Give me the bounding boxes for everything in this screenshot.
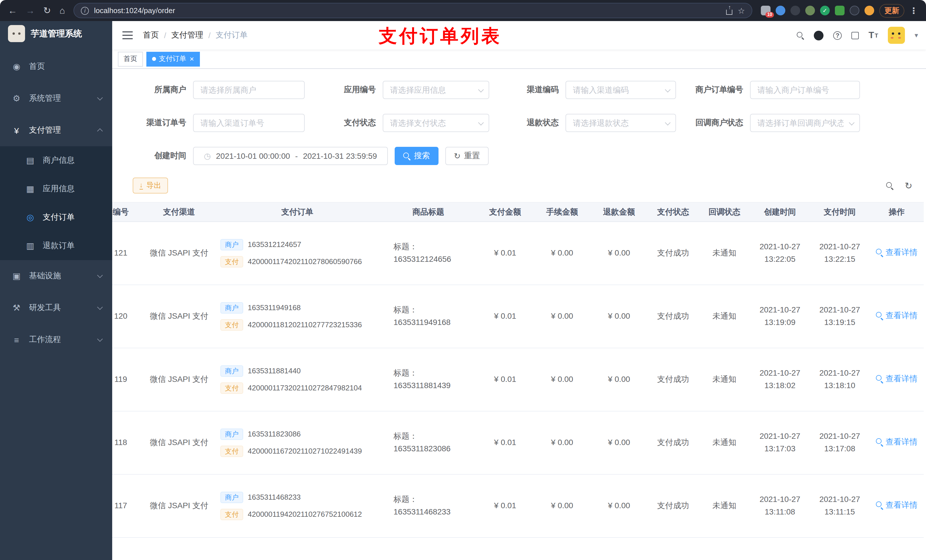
create-time: 2021-10-2713:19:09 xyxy=(750,285,810,348)
sidebar-item-system[interactable]: ⚙ 系统管理 xyxy=(0,83,112,115)
chevron-down-icon xyxy=(97,304,103,310)
table-row: 117 微信 JSAPI 支付 商户1635311468233 支付420000… xyxy=(112,474,924,537)
github-icon[interactable] xyxy=(814,30,823,40)
column-header: 支付时间 xyxy=(810,202,870,222)
reset-button[interactable]: ↻重置 xyxy=(445,147,488,165)
sidebar-item-dev-tools[interactable]: ⚒ 研发工具 xyxy=(0,292,112,324)
refund-status-select[interactable] xyxy=(566,114,676,132)
channel-code-select[interactable] xyxy=(566,81,676,99)
extension-icon[interactable] xyxy=(864,6,874,15)
view-detail-link[interactable]: 查看详情 xyxy=(876,246,917,259)
channel-order-no-label: 渠道订单号 xyxy=(112,118,193,128)
create-time-range[interactable]: ◷ 2021-10-01 00:00:00 - 2021-10-31 23:59… xyxy=(193,147,388,165)
sidebar-item-payment[interactable]: ¥ 支付管理 xyxy=(0,115,112,146)
close-icon[interactable]: × xyxy=(190,54,194,63)
share-icon[interactable] xyxy=(726,9,733,15)
extensions-puzzle-icon[interactable] xyxy=(850,6,859,15)
help-icon[interactable]: ? xyxy=(833,31,842,39)
extension-icon[interactable]: ✓ xyxy=(820,6,830,15)
callback-status-input[interactable] xyxy=(750,114,860,132)
search-icon[interactable] xyxy=(797,32,804,39)
fullscreen-icon[interactable] xyxy=(851,32,859,39)
logo-avatar xyxy=(8,25,25,42)
sidebar-item-label: 支付订单 xyxy=(43,212,75,222)
refund-status-input[interactable] xyxy=(566,114,676,132)
fee-amount: ¥ 0.00 xyxy=(534,411,590,474)
view-detail-link[interactable]: 查看详情 xyxy=(876,309,917,322)
search-button[interactable]: 搜索 xyxy=(395,147,439,165)
pay-status-select[interactable] xyxy=(383,114,489,132)
orders-table: 编号 支付渠道 支付订单 商品标题 支付金额 手续金额 退款金额 支付状态 回调… xyxy=(112,202,926,560)
bookmark-star-icon[interactable]: ☆ xyxy=(738,6,745,15)
order-id: 120 xyxy=(112,285,144,348)
sidebar-item-pay-order[interactable]: ◎ 支付订单 xyxy=(0,203,112,232)
sidebar-item-app-info[interactable]: ▦ 应用信息 xyxy=(0,175,112,203)
sidebar-item-refund-order[interactable]: ▥ 退款订单 xyxy=(0,232,112,260)
sidebar-item-infrastructure[interactable]: ▣ 基础设施 xyxy=(0,260,112,292)
sidebar-item-home[interactable]: ◉ 首页 xyxy=(0,51,112,83)
pay-amount xyxy=(477,537,534,560)
merchant-order-no-input[interactable] xyxy=(750,81,860,99)
table-toolbar: ↓导出 ↻ xyxy=(112,178,926,193)
extension-icon[interactable] xyxy=(805,6,815,15)
browser-update-button[interactable]: 更新 xyxy=(879,4,904,17)
tab-pay-order[interactable]: 支付订单 × xyxy=(146,51,200,66)
extension-icon[interactable] xyxy=(776,6,785,15)
sidebar-item-merchant-info[interactable]: ▤ 商户信息 xyxy=(0,146,112,175)
table-refresh-icon[interactable]: ↻ xyxy=(905,180,912,191)
order-id: 118 xyxy=(112,411,144,474)
clock-icon: ◷ xyxy=(204,151,211,160)
sidebar-item-label: 支付管理 xyxy=(29,125,61,136)
back-icon[interactable]: ← xyxy=(8,6,17,15)
app-no-input[interactable] xyxy=(383,81,489,99)
refund-amount: ¥ 0.00 xyxy=(590,474,648,537)
refund-amount: ¥ 0.00 xyxy=(590,222,648,285)
breadcrumb-home[interactable]: 首页 xyxy=(143,30,159,41)
pay-time: 2021-10-2713:18:10 xyxy=(810,348,870,411)
create-time-label: 创建时间 xyxy=(112,151,193,161)
forward-icon[interactable]: → xyxy=(26,6,35,15)
pay-status-filter-label: 支付状态 xyxy=(305,118,383,128)
app-no-select[interactable] xyxy=(383,81,489,99)
browser-menu-icon[interactable]: ⋮ xyxy=(909,5,918,16)
avatar[interactable] xyxy=(888,27,905,44)
table-row: 120 微信 JSAPI 支付 商户1635311949168 支付420000… xyxy=(112,285,924,348)
channel-order-no-input[interactable] xyxy=(193,114,305,132)
table-search-icon[interactable] xyxy=(886,182,893,189)
channel-code-input[interactable] xyxy=(566,81,676,99)
view-detail-link[interactable]: 查看详情 xyxy=(876,373,917,385)
order-id: 117 xyxy=(112,474,144,537)
dashboard-icon: ◉ xyxy=(11,62,22,72)
url-bar[interactable]: i localhost:1024/pay/order ☆ xyxy=(73,3,752,18)
search-icon xyxy=(876,375,883,383)
extension-icon[interactable] xyxy=(835,6,844,15)
home-icon[interactable]: ⌂ xyxy=(59,6,65,15)
bank-card-icon: ▤ xyxy=(25,155,35,166)
sidebar-item-workflow[interactable]: ≡ 工作流程 xyxy=(0,324,112,356)
view-detail-link[interactable]: 查看详情 xyxy=(876,436,917,448)
channel-pay-no: 4200001194202110276752100612 xyxy=(248,509,362,520)
table-row: 121 微信 JSAPI 支付 商户1635312124657 支付420000… xyxy=(112,222,924,285)
tab-home[interactable]: 首页 xyxy=(118,51,143,66)
pay-channel xyxy=(144,537,215,560)
merchant-filter-input[interactable] xyxy=(193,81,305,99)
export-button[interactable]: ↓导出 xyxy=(133,178,168,193)
workflow-icon: ≡ xyxy=(11,335,22,344)
callback-status-select[interactable] xyxy=(750,114,860,132)
font-size-icon[interactable]: TT xyxy=(869,30,878,41)
pay-status-input[interactable] xyxy=(383,114,489,132)
channel-pay-no: 4200001181202110277723215336 xyxy=(248,319,362,331)
reload-icon[interactable]: ↻ xyxy=(43,6,51,15)
view-detail-link[interactable]: 查看详情 xyxy=(876,499,917,511)
chevron-down-icon xyxy=(97,272,103,278)
hamburger-icon[interactable] xyxy=(123,31,133,39)
caret-down-icon[interactable]: ▾ xyxy=(915,31,918,39)
tags-view: 首页 支付订单 × xyxy=(112,50,926,69)
content: 所属商户 应用编号 渠道编码 商户订单编号 渠道订单号 支付状态 退款状态 xyxy=(112,69,926,560)
extension-icon[interactable] xyxy=(790,6,800,15)
sidebar-item-label: 系统管理 xyxy=(29,93,61,104)
info-icon[interactable]: i xyxy=(81,6,89,15)
extension-icon[interactable]: 10 xyxy=(761,6,770,15)
pay-tag: 支付 xyxy=(220,445,243,457)
breadcrumb-payment[interactable]: 支付管理 xyxy=(171,30,203,41)
